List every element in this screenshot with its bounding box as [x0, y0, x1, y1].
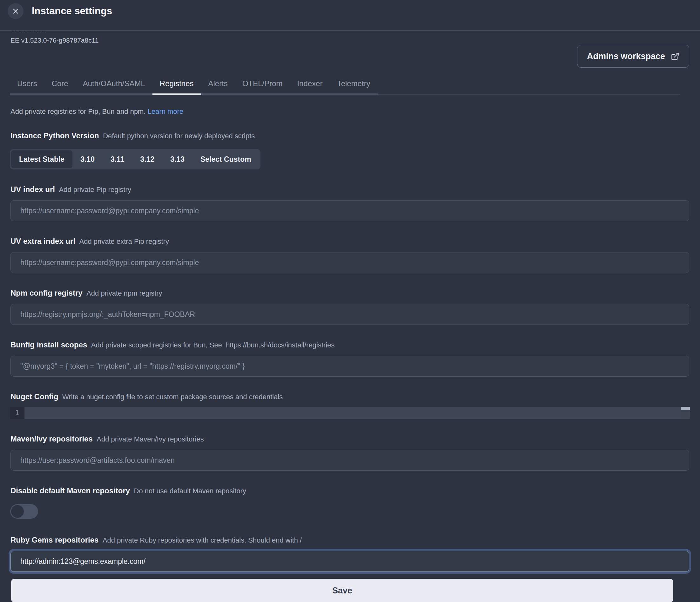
save-button[interactable]: Save [11, 579, 673, 602]
workspace-button-row: Admins workspace [0, 45, 700, 68]
external-link-icon [671, 52, 679, 61]
editor-scrollbar-thumb[interactable] [681, 407, 690, 410]
ruby-gems-repositories-label: Ruby Gems repositories Add private Ruby … [10, 535, 700, 546]
npm-config-registry-input[interactable] [10, 304, 689, 325]
tab-telemetry[interactable]: Telemetry [330, 75, 378, 95]
toggle-knob [11, 505, 24, 518]
tab-registries[interactable]: Registries [152, 75, 201, 95]
editor-line-number: 1 [10, 407, 24, 419]
close-icon [12, 8, 19, 15]
maven-ivy-repositories-label: Maven/Ivy repositories Add private Maven… [10, 434, 700, 445]
uv-extra-index-url-label: UV extra index url Add private extra Pip… [10, 237, 700, 247]
disable-default-maven-label: Disable default Maven repository Do not … [10, 486, 700, 497]
bunfig-install-scopes-input[interactable] [10, 356, 689, 377]
close-button[interactable] [8, 3, 24, 19]
tab-otel-prom[interactable]: OTEL/Prom [235, 75, 290, 95]
disable-default-maven-toggle[interactable] [10, 504, 38, 519]
npm-config-registry-label: Npm config registry Add private npm regi… [10, 288, 700, 299]
learn-more-link[interactable]: Learn more [148, 107, 183, 115]
tabs: Users Core Auth/OAuth/SAML Registries Al… [10, 75, 378, 95]
settings-content: Windmill EE v1.523.0-76-g98787a8c11 Admi… [0, 31, 700, 602]
clipped-heading: Windmill [10, 31, 700, 34]
python-version-label: Instance Python Version Default python v… [10, 131, 700, 141]
bunfig-install-scopes-label: Bunfig install scopes Add private scoped… [10, 340, 700, 351]
intro-text: Add private registries for Pip, Bun and … [10, 107, 700, 116]
tab-users[interactable]: Users [10, 75, 45, 95]
uv-index-url-label: UV index url Add private Pip registry [10, 185, 700, 195]
admins-workspace-label: Admins workspace [587, 51, 665, 61]
uv-extra-index-url-input[interactable] [10, 252, 689, 273]
python-option-3-10[interactable]: 3.10 [72, 150, 103, 168]
tab-auth-oauth-saml[interactable]: Auth/OAuth/SAML [76, 75, 152, 95]
ruby-gems-repositories-input[interactable] [10, 551, 689, 572]
python-option-latest-stable[interactable]: Latest Stable [11, 150, 72, 168]
python-option-3-12[interactable]: 3.12 [132, 150, 162, 168]
tab-bar: Users Core Auth/OAuth/SAML Registries Al… [10, 75, 689, 95]
python-option-select-custom[interactable]: Select Custom [193, 150, 259, 168]
editor-code-line[interactable] [24, 407, 681, 419]
maven-ivy-repositories-input[interactable] [10, 450, 689, 471]
editor-scrollbar[interactable] [681, 407, 690, 419]
uv-index-url-input[interactable] [10, 200, 689, 221]
python-version-selector: Latest Stable 3.10 3.11 3.12 3.13 Select… [10, 149, 260, 169]
tab-core[interactable]: Core [45, 75, 76, 95]
tab-alerts[interactable]: Alerts [201, 75, 235, 95]
drawer-header: Instance settings [0, 0, 700, 31]
python-option-3-13[interactable]: 3.13 [162, 150, 193, 168]
nuget-config-editor[interactable]: 1 [10, 407, 690, 419]
nuget-config-label: Nuget Config Write a nuget.config file t… [10, 392, 700, 402]
page-title: Instance settings [32, 3, 112, 19]
python-option-3-11[interactable]: 3.11 [103, 150, 132, 168]
version-text: EE v1.523.0-76-g98787a8c11 [10, 37, 700, 44]
tab-indexer[interactable]: Indexer [290, 75, 330, 95]
admins-workspace-button[interactable]: Admins workspace [577, 45, 689, 68]
